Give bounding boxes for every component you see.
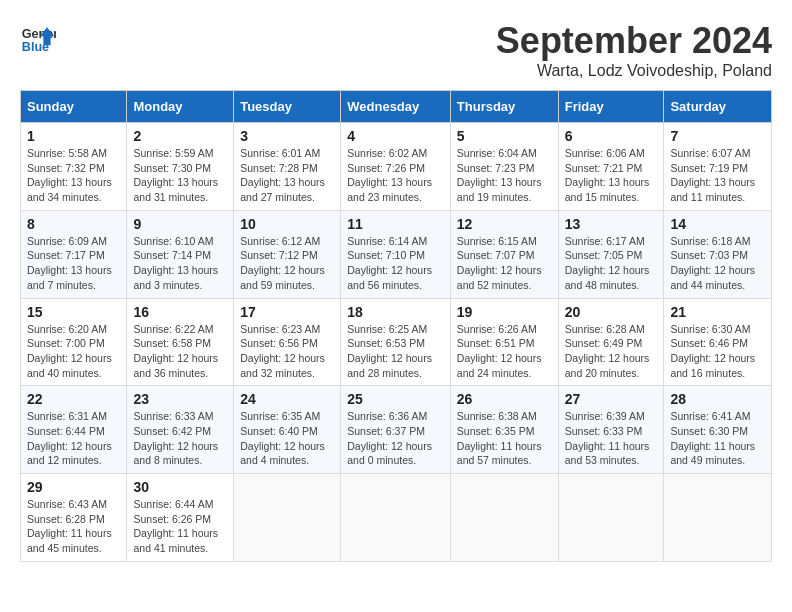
page-header: General Blue September 2024 Warta, Lodz … (20, 20, 772, 80)
calendar-cell (450, 474, 558, 562)
logo-icon: General Blue (20, 20, 56, 56)
day-detail: Sunrise: 6:41 AM Sunset: 6:30 PM Dayligh… (670, 409, 765, 468)
calendar-cell (558, 474, 664, 562)
calendar-cell: 13Sunrise: 6:17 AM Sunset: 7:05 PM Dayli… (558, 210, 664, 298)
calendar-cell: 28Sunrise: 6:41 AM Sunset: 6:30 PM Dayli… (664, 386, 772, 474)
day-detail: Sunrise: 5:59 AM Sunset: 7:30 PM Dayligh… (133, 146, 227, 205)
day-detail: Sunrise: 6:28 AM Sunset: 6:49 PM Dayligh… (565, 322, 658, 381)
day-detail: Sunrise: 6:39 AM Sunset: 6:33 PM Dayligh… (565, 409, 658, 468)
day-number: 28 (670, 391, 765, 407)
day-number: 19 (457, 304, 552, 320)
day-number: 6 (565, 128, 658, 144)
day-number: 2 (133, 128, 227, 144)
day-detail: Sunrise: 6:06 AM Sunset: 7:21 PM Dayligh… (565, 146, 658, 205)
day-number: 5 (457, 128, 552, 144)
day-detail: Sunrise: 6:38 AM Sunset: 6:35 PM Dayligh… (457, 409, 552, 468)
weekday-header-monday: Monday (127, 91, 234, 123)
day-number: 23 (133, 391, 227, 407)
day-number: 27 (565, 391, 658, 407)
day-number: 14 (670, 216, 765, 232)
day-number: 21 (670, 304, 765, 320)
calendar-cell: 16Sunrise: 6:22 AM Sunset: 6:58 PM Dayli… (127, 298, 234, 386)
weekday-header-saturday: Saturday (664, 91, 772, 123)
day-number: 22 (27, 391, 120, 407)
day-number: 1 (27, 128, 120, 144)
calendar-cell: 19Sunrise: 6:26 AM Sunset: 6:51 PM Dayli… (450, 298, 558, 386)
day-number: 9 (133, 216, 227, 232)
day-detail: Sunrise: 6:02 AM Sunset: 7:26 PM Dayligh… (347, 146, 444, 205)
calendar-cell: 2Sunrise: 5:59 AM Sunset: 7:30 PM Daylig… (127, 123, 234, 211)
calendar-cell: 20Sunrise: 6:28 AM Sunset: 6:49 PM Dayli… (558, 298, 664, 386)
calendar-cell: 9Sunrise: 6:10 AM Sunset: 7:14 PM Daylig… (127, 210, 234, 298)
calendar-cell: 26Sunrise: 6:38 AM Sunset: 6:35 PM Dayli… (450, 386, 558, 474)
day-detail: Sunrise: 6:12 AM Sunset: 7:12 PM Dayligh… (240, 234, 334, 293)
day-number: 13 (565, 216, 658, 232)
calendar-cell: 30Sunrise: 6:44 AM Sunset: 6:26 PM Dayli… (127, 474, 234, 562)
calendar-cell: 21Sunrise: 6:30 AM Sunset: 6:46 PM Dayli… (664, 298, 772, 386)
day-detail: Sunrise: 6:31 AM Sunset: 6:44 PM Dayligh… (27, 409, 120, 468)
day-number: 10 (240, 216, 334, 232)
day-detail: Sunrise: 6:36 AM Sunset: 6:37 PM Dayligh… (347, 409, 444, 468)
day-number: 15 (27, 304, 120, 320)
calendar-cell: 3Sunrise: 6:01 AM Sunset: 7:28 PM Daylig… (234, 123, 341, 211)
title-block: September 2024 Warta, Lodz Voivodeship, … (496, 20, 772, 80)
day-detail: Sunrise: 6:30 AM Sunset: 6:46 PM Dayligh… (670, 322, 765, 381)
calendar-cell (234, 474, 341, 562)
calendar-cell: 7Sunrise: 6:07 AM Sunset: 7:19 PM Daylig… (664, 123, 772, 211)
day-number: 16 (133, 304, 227, 320)
day-number: 25 (347, 391, 444, 407)
day-detail: Sunrise: 6:01 AM Sunset: 7:28 PM Dayligh… (240, 146, 334, 205)
day-detail: Sunrise: 6:14 AM Sunset: 7:10 PM Dayligh… (347, 234, 444, 293)
weekday-header-friday: Friday (558, 91, 664, 123)
location: Warta, Lodz Voivodeship, Poland (496, 62, 772, 80)
day-number: 20 (565, 304, 658, 320)
day-detail: Sunrise: 6:44 AM Sunset: 6:26 PM Dayligh… (133, 497, 227, 556)
calendar-cell: 24Sunrise: 6:35 AM Sunset: 6:40 PM Dayli… (234, 386, 341, 474)
calendar-week-row: 8Sunrise: 6:09 AM Sunset: 7:17 PM Daylig… (21, 210, 772, 298)
weekday-header-thursday: Thursday (450, 91, 558, 123)
day-detail: Sunrise: 5:58 AM Sunset: 7:32 PM Dayligh… (27, 146, 120, 205)
day-number: 26 (457, 391, 552, 407)
calendar-header-row: SundayMondayTuesdayWednesdayThursdayFrid… (21, 91, 772, 123)
calendar-week-row: 22Sunrise: 6:31 AM Sunset: 6:44 PM Dayli… (21, 386, 772, 474)
day-number: 30 (133, 479, 227, 495)
calendar-cell: 8Sunrise: 6:09 AM Sunset: 7:17 PM Daylig… (21, 210, 127, 298)
day-detail: Sunrise: 6:10 AM Sunset: 7:14 PM Dayligh… (133, 234, 227, 293)
day-number: 4 (347, 128, 444, 144)
calendar-cell: 22Sunrise: 6:31 AM Sunset: 6:44 PM Dayli… (21, 386, 127, 474)
calendar-week-row: 1Sunrise: 5:58 AM Sunset: 7:32 PM Daylig… (21, 123, 772, 211)
day-number: 29 (27, 479, 120, 495)
calendar-cell: 29Sunrise: 6:43 AM Sunset: 6:28 PM Dayli… (21, 474, 127, 562)
calendar-cell (664, 474, 772, 562)
weekday-header-wednesday: Wednesday (341, 91, 451, 123)
day-detail: Sunrise: 6:26 AM Sunset: 6:51 PM Dayligh… (457, 322, 552, 381)
weekday-header-tuesday: Tuesday (234, 91, 341, 123)
day-detail: Sunrise: 6:22 AM Sunset: 6:58 PM Dayligh… (133, 322, 227, 381)
day-number: 11 (347, 216, 444, 232)
day-detail: Sunrise: 6:20 AM Sunset: 7:00 PM Dayligh… (27, 322, 120, 381)
day-number: 24 (240, 391, 334, 407)
day-number: 18 (347, 304, 444, 320)
day-detail: Sunrise: 6:15 AM Sunset: 7:07 PM Dayligh… (457, 234, 552, 293)
calendar-cell (341, 474, 451, 562)
day-detail: Sunrise: 6:17 AM Sunset: 7:05 PM Dayligh… (565, 234, 658, 293)
calendar-cell: 1Sunrise: 5:58 AM Sunset: 7:32 PM Daylig… (21, 123, 127, 211)
calendar-cell: 6Sunrise: 6:06 AM Sunset: 7:21 PM Daylig… (558, 123, 664, 211)
month-title: September 2024 (496, 20, 772, 62)
calendar-cell: 25Sunrise: 6:36 AM Sunset: 6:37 PM Dayli… (341, 386, 451, 474)
day-number: 3 (240, 128, 334, 144)
calendar-week-row: 29Sunrise: 6:43 AM Sunset: 6:28 PM Dayli… (21, 474, 772, 562)
calendar-cell: 12Sunrise: 6:15 AM Sunset: 7:07 PM Dayli… (450, 210, 558, 298)
logo: General Blue (20, 20, 56, 56)
calendar-cell: 18Sunrise: 6:25 AM Sunset: 6:53 PM Dayli… (341, 298, 451, 386)
day-detail: Sunrise: 6:33 AM Sunset: 6:42 PM Dayligh… (133, 409, 227, 468)
day-detail: Sunrise: 6:43 AM Sunset: 6:28 PM Dayligh… (27, 497, 120, 556)
day-number: 7 (670, 128, 765, 144)
day-detail: Sunrise: 6:07 AM Sunset: 7:19 PM Dayligh… (670, 146, 765, 205)
day-number: 8 (27, 216, 120, 232)
calendar-cell: 5Sunrise: 6:04 AM Sunset: 7:23 PM Daylig… (450, 123, 558, 211)
calendar-cell: 10Sunrise: 6:12 AM Sunset: 7:12 PM Dayli… (234, 210, 341, 298)
calendar-cell: 23Sunrise: 6:33 AM Sunset: 6:42 PM Dayli… (127, 386, 234, 474)
calendar-cell: 15Sunrise: 6:20 AM Sunset: 7:00 PM Dayli… (21, 298, 127, 386)
calendar-cell: 14Sunrise: 6:18 AM Sunset: 7:03 PM Dayli… (664, 210, 772, 298)
